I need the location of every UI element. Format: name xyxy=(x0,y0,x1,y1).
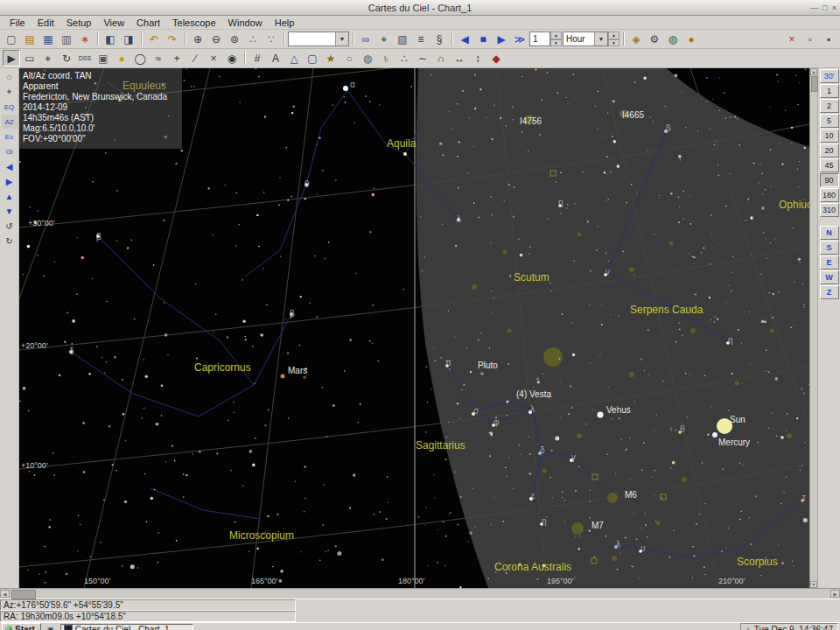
zoom-default-button[interactable]: ⊚ xyxy=(226,31,243,47)
zoom-in-button[interactable]: ⊕ xyxy=(189,31,206,47)
const-lines-toggle-button[interactable]: △ xyxy=(285,50,303,66)
menu-help[interactable]: Help xyxy=(269,17,301,29)
center-cursor-button[interactable]: ⌖ xyxy=(39,50,57,66)
taskbar-item-cartes[interactable]: Cartes du Ciel - Chart_1 xyxy=(60,624,193,630)
maximize-button[interactable]: □ xyxy=(822,4,827,12)
print-button[interactable]: ▥ xyxy=(58,31,75,47)
direction-z-button[interactable]: Z xyxy=(820,285,839,299)
direction-s-button[interactable]: S xyxy=(820,241,839,255)
redo-button[interactable]: ↷ xyxy=(164,31,181,47)
close-button[interactable]: × xyxy=(832,4,836,12)
start-button[interactable]: Start xyxy=(2,623,41,630)
fov-90-button[interactable]: 90 xyxy=(820,173,839,187)
equator-toggle-button[interactable]: ↔ xyxy=(451,50,468,66)
track-object-button[interactable]: ◈ xyxy=(627,31,645,47)
config-button[interactable]: ⚙ xyxy=(646,31,663,47)
scroll-right-icon[interactable]: ▶ xyxy=(830,590,840,598)
coord-eq-button[interactable]: EQ xyxy=(2,100,18,114)
fov-10-button[interactable]: 10 xyxy=(820,129,839,143)
fov-20-button[interactable]: 20 xyxy=(820,144,839,158)
chart-window-1-button[interactable]: ◧ xyxy=(102,31,119,47)
rotate-field-button[interactable]: ↻ xyxy=(58,50,75,66)
finder-icon-button[interactable]: ☆ xyxy=(2,70,18,84)
time-stop-button[interactable]: ■ xyxy=(474,31,492,47)
night-vision-button[interactable]: ● xyxy=(682,31,700,47)
body-mercury[interactable] xyxy=(712,432,718,438)
vertical-scroll-thumb[interactable] xyxy=(811,76,818,92)
object-list-button[interactable]: ≡ xyxy=(412,31,430,47)
body-mars[interactable] xyxy=(281,374,285,379)
finder-rect-button[interactable]: ▭ xyxy=(21,50,38,66)
coord-ecl-button[interactable]: Ec xyxy=(2,130,18,144)
observatory-button[interactable]: ∗ xyxy=(76,31,94,47)
chart-window-2-button[interactable]: ◨ xyxy=(120,31,137,47)
fov-circle-button[interactable]: ◯ xyxy=(131,50,149,66)
body-venus[interactable] xyxy=(598,412,604,418)
labels-toggle-button[interactable]: A xyxy=(267,50,284,66)
fov-310-button[interactable]: 310 xyxy=(820,203,839,217)
close-chart-button[interactable]: × xyxy=(783,31,801,47)
fewer-stars-button[interactable]: ∵ xyxy=(262,31,280,47)
background-image-button[interactable]: ▣ xyxy=(94,50,112,66)
direction-w-button[interactable]: W xyxy=(820,270,839,284)
scroll-left-icon[interactable]: ◀ xyxy=(0,590,10,598)
minimize-button[interactable]: — xyxy=(810,4,818,12)
galaxies-toggle-button[interactable]: ◍ xyxy=(359,50,376,66)
pan-left-button[interactable]: ◀ xyxy=(2,159,18,173)
fov-1-button[interactable]: 1 xyxy=(820,84,839,98)
menu-file[interactable]: File xyxy=(4,17,32,29)
rotate-ccw-button[interactable]: ↺ xyxy=(2,219,18,233)
stars-toggle-button[interactable]: ★ xyxy=(322,50,340,66)
pan-down-button[interactable]: ▼ xyxy=(2,204,18,218)
scroll-up-icon[interactable]: ▲ xyxy=(810,68,817,75)
image-frame-button[interactable]: ▧ xyxy=(394,31,411,47)
menu-view[interactable]: View xyxy=(97,17,130,29)
asteroids-toggle-button[interactable]: ∴ xyxy=(396,50,413,66)
pointer-tool-button[interactable]: ▶ xyxy=(3,50,20,66)
special-tool-button[interactable]: ◆ xyxy=(487,50,505,66)
vertical-scrollbar[interactable]: ▲ ▼ xyxy=(809,68,817,588)
coord-az-button[interactable]: AZ xyxy=(2,115,18,129)
horizon-toggle-button[interactable]: ∩ xyxy=(432,50,450,66)
dock-window-button[interactable]: ▪ xyxy=(820,31,837,47)
nebulae-toggle-button[interactable]: ○ xyxy=(340,50,358,66)
chevron-down-icon[interactable]: ▼ xyxy=(335,32,348,46)
time-prev-button[interactable]: ◀ xyxy=(456,31,473,47)
telescope-button[interactable]: ⌖ xyxy=(375,31,393,47)
fov-180-button[interactable]: 180 xyxy=(820,188,839,202)
time-forward-button[interactable]: ≫ xyxy=(511,31,528,47)
direction-e-button[interactable]: E xyxy=(820,256,839,270)
rotate-cw-button[interactable]: ↻ xyxy=(2,234,18,248)
horizontal-scroll-thumb[interactable] xyxy=(11,590,36,599)
eyepiece-button[interactable]: ◉ xyxy=(223,50,241,66)
spin-down-icon[interactable]: ▼ xyxy=(550,39,562,47)
ephemeris-button[interactable]: § xyxy=(430,31,448,47)
fov-5-button[interactable]: 5 xyxy=(820,114,839,128)
scroll-down-icon[interactable]: ▼ xyxy=(810,581,817,588)
menu-edit[interactable]: Edit xyxy=(32,17,60,29)
title-bar[interactable]: Cartes du Ciel - Chart_1 — □ × xyxy=(0,0,840,16)
pan-up-button[interactable]: ▲ xyxy=(2,189,18,203)
menu-chart[interactable]: Chart xyxy=(130,17,166,29)
poi-button[interactable]: ● xyxy=(113,50,130,66)
open-chart-button[interactable]: ▤ xyxy=(21,31,38,47)
coord-gal-button[interactable]: Gl xyxy=(2,144,18,158)
spin-up-icon[interactable]: ▲ xyxy=(550,32,562,39)
sky-chart[interactable]: 150°00'165°00'180°00'195°00'210°00'+30°0… xyxy=(19,68,809,588)
object-search-combobox[interactable]: ▼ xyxy=(288,32,349,46)
direction-n-button[interactable]: N xyxy=(820,226,839,240)
binoculars-button[interactable]: ∞ xyxy=(357,31,374,47)
mirror-toggle-button[interactable]: ↕ xyxy=(469,50,486,66)
spin-down-icon[interactable]: ▼ xyxy=(608,39,620,47)
more-stars-button[interactable]: ∴ xyxy=(244,31,262,47)
undo-button[interactable]: ↶ xyxy=(145,31,163,47)
marker-button[interactable]: × xyxy=(205,50,222,66)
pan-right-button[interactable]: ▶ xyxy=(2,174,18,188)
chevron-down-icon[interactable]: ▼ xyxy=(594,32,607,46)
const-bounds-toggle-button[interactable]: ▢ xyxy=(304,50,321,66)
fov-2-button[interactable]: 2 xyxy=(820,99,839,113)
menu-window[interactable]: Window xyxy=(222,17,269,29)
zoom-out-button[interactable]: ⊖ xyxy=(207,31,225,47)
volume-icon[interactable]: ♪ xyxy=(746,625,750,630)
spin-up-icon[interactable]: ▲ xyxy=(608,32,620,39)
